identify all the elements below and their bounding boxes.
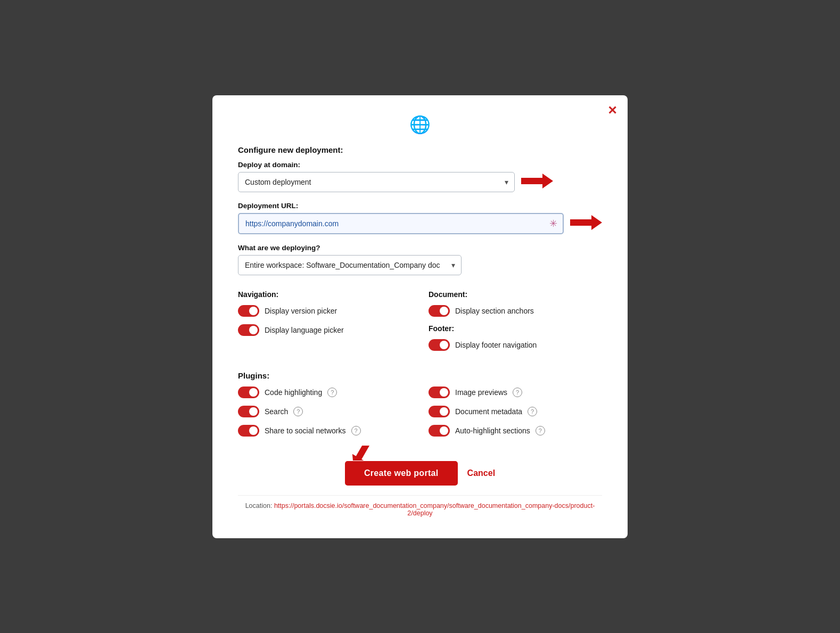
red-arrow-url-svg — [570, 215, 602, 230]
search-toggle[interactable] — [238, 406, 259, 417]
document-footer-section: Document: Display section anchors Footer… — [429, 290, 602, 358]
code-highlighting-toggle[interactable] — [238, 387, 259, 398]
section-anchors-toggle[interactable] — [429, 305, 450, 317]
modal-backdrop: ✕ 🌐 Configure new deployment: Deploy at … — [0, 0, 840, 633]
code-highlighting-label: Code highlighting — [265, 388, 322, 397]
doc-metadata-label: Document metadata — [455, 407, 522, 416]
arrow-indicator-domain — [521, 174, 553, 191]
plugins-title: Plugins: — [238, 371, 602, 380]
footer-nav-toggle[interactable] — [429, 339, 450, 351]
image-previews-help-icon[interactable]: ? — [513, 388, 522, 397]
version-picker-label: Display version picker — [265, 307, 337, 315]
toggle-row-auto-highlight: Auto-highlight sections ? — [429, 425, 602, 437]
doc-metadata-toggle[interactable] — [429, 406, 450, 417]
image-previews-toggle[interactable] — [429, 387, 450, 398]
search-label: Search — [265, 407, 288, 416]
section-anchors-label: Display section anchors — [455, 307, 534, 315]
deploy-domain-label: Deploy at domain: — [238, 161, 602, 169]
navigation-title: Navigation: — [238, 290, 411, 299]
deploy-domain-select[interactable]: Custom deployment — [238, 172, 515, 192]
red-arrow-svg — [521, 174, 553, 188]
toggle-row-doc-metadata: Document metadata ? — [429, 406, 602, 417]
navigation-section: Navigation: Display version picker Displ… — [238, 290, 411, 358]
cancel-button[interactable]: Cancel — [467, 468, 495, 478]
auto-highlight-toggle[interactable] — [429, 425, 450, 437]
configure-title: Configure new deployment: — [238, 145, 602, 154]
language-picker-toggle[interactable] — [238, 324, 259, 336]
bottom-bar: Create web portal Cancel — [238, 461, 602, 486]
version-picker-toggle[interactable] — [238, 305, 259, 317]
language-picker-label: Display language picker — [265, 326, 344, 334]
arrow-indicator-url — [570, 215, 602, 232]
modal-dialog: ✕ 🌐 Configure new deployment: Deploy at … — [212, 95, 628, 538]
footer-url-bar: Location: https://portals.docsie.io/soft… — [238, 495, 602, 517]
what-deploying-label: What are we deploying? — [238, 244, 602, 252]
svg-marker-1 — [570, 215, 602, 230]
toggle-row-social-share: Share to social networks ? — [238, 425, 411, 437]
doc-metadata-help-icon[interactable]: ? — [528, 407, 537, 416]
toggle-row-code-highlighting: Code highlighting ? — [238, 387, 411, 398]
svg-marker-0 — [521, 174, 553, 188]
footer-nav-label: Display footer navigation — [455, 341, 537, 349]
plugins-left: Code highlighting ? Search ? Share to so… — [238, 387, 411, 444]
image-previews-label: Image previews — [455, 388, 507, 397]
plugins-right: Image previews ? Document metadata ? Aut… — [429, 387, 602, 444]
code-highlighting-help-icon[interactable]: ? — [327, 388, 337, 397]
auto-highlight-help-icon[interactable]: ? — [536, 426, 545, 435]
footer-url-link[interactable]: https://portals.docsie.io/software_docum… — [274, 502, 595, 517]
footer-section-title: Footer: — [429, 324, 602, 333]
close-button[interactable]: ✕ — [607, 105, 617, 117]
social-share-label: Share to social networks — [265, 426, 346, 435]
document-title: Document: — [429, 290, 602, 299]
what-deploying-select[interactable]: Entire workspace: Software_Documentation… — [238, 255, 462, 275]
create-web-portal-button[interactable]: Create web portal — [345, 461, 458, 486]
globe-icon: 🌐 — [238, 114, 602, 135]
plugins-section: Code highlighting ? Search ? Share to so… — [238, 387, 602, 444]
toggle-row-section-anchors: Display section anchors — [429, 305, 602, 317]
toggle-row-search: Search ? — [238, 406, 411, 417]
toggle-row-version-picker: Display version picker — [238, 305, 411, 317]
arrow-indicator-create — [345, 446, 377, 463]
footer-url-prefix: Location: — [245, 502, 274, 509]
svg-marker-2 — [347, 446, 376, 461]
deployment-url-input[interactable] — [238, 213, 564, 234]
social-share-toggle[interactable] — [238, 425, 259, 437]
deployment-url-label: Deployment URL: — [238, 202, 602, 210]
search-help-icon[interactable]: ? — [293, 407, 303, 416]
red-arrow-create-svg — [345, 446, 377, 461]
toggle-row-image-previews: Image previews ? — [429, 387, 602, 398]
nav-doc-section: Navigation: Display version picker Displ… — [238, 290, 602, 358]
toggle-row-footer-nav: Display footer navigation — [429, 339, 602, 351]
auto-highlight-label: Auto-highlight sections — [455, 426, 530, 435]
toggle-row-language-picker: Display language picker — [238, 324, 411, 336]
social-share-help-icon[interactable]: ? — [351, 426, 361, 435]
